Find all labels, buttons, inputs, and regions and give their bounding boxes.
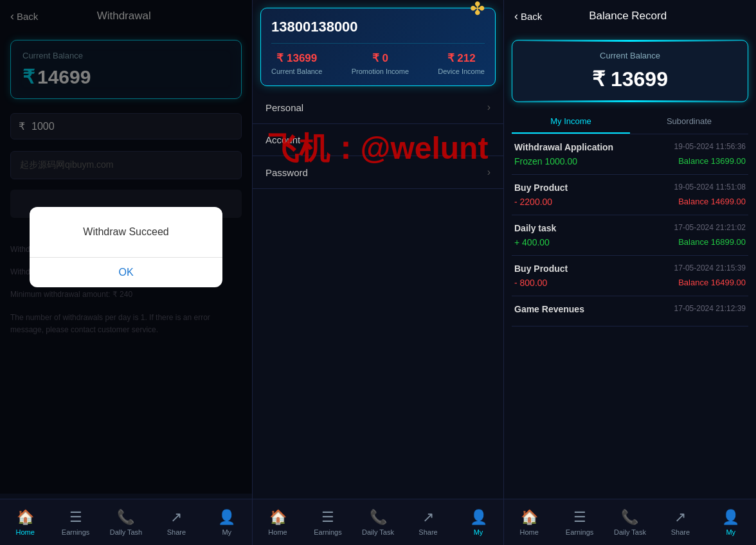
p2-home-icon: 🏠 xyxy=(269,509,287,526)
p2-share-icon: ↗ xyxy=(422,509,434,526)
balance-record-title: Balance Record xyxy=(542,10,714,22)
tx-date-3: 17-05-2024 21:21:02 xyxy=(674,223,746,233)
dialog-overlay: Withdraw Succeed OK xyxy=(0,0,252,494)
menu-list: Personal › Account Password › xyxy=(253,91,503,189)
p2-nav-daily-task-label: Daily Task xyxy=(362,528,394,536)
p3-nav-my-label: My xyxy=(726,528,735,536)
p3-daily-task-icon: 📞 xyxy=(621,509,638,526)
stat-device-income: ₹ 212 Device Income xyxy=(438,51,485,75)
p3-balance-value: 13699 xyxy=(611,67,668,91)
menu-password-label: Password xyxy=(266,167,308,178)
balance-record-panel: ‹ Back Balance Record Current Balance ₹ … xyxy=(504,0,756,545)
balance-record-back-button[interactable]: ‹ Back xyxy=(514,10,542,23)
earnings-icon: ☰ xyxy=(69,509,82,526)
p2-nav-home[interactable]: 🏠 Home xyxy=(258,509,297,536)
tx-daily-task: Daily task 17-05-2024 21:21:02 + 400.00 … xyxy=(512,215,748,256)
p3-nav-home[interactable]: 🏠 Home xyxy=(510,509,548,536)
p2-nav-share-label: Share xyxy=(419,528,437,536)
nav-home[interactable]: 🏠 Home xyxy=(6,509,44,536)
p2-my-icon: 👤 xyxy=(470,509,487,526)
p3-nav-my[interactable]: 👤 My xyxy=(712,509,750,536)
tx-balance: Balance 13699.00 xyxy=(678,156,746,166)
tx-balance-4: Balance 16499.00 xyxy=(678,278,746,288)
balance-record-nav: ‹ Back Balance Record xyxy=(504,0,756,32)
p3-nav-earnings-label: Earnings xyxy=(566,528,593,536)
tx-amount-2: - 2200.00 xyxy=(514,197,552,207)
nav-my[interactable]: 👤 My xyxy=(208,509,246,536)
home-icon: 🏠 xyxy=(17,509,34,526)
p3-nav-share[interactable]: ↗ Share xyxy=(661,509,699,536)
tx-amount-3: + 400.00 xyxy=(514,237,550,247)
p3-balance-amount: ₹ 13699 xyxy=(525,67,735,91)
p3-nav-daily-task-label: Daily Task xyxy=(614,528,646,536)
tx-amount-4: - 800.00 xyxy=(514,278,547,288)
nav-my-label: My xyxy=(222,528,231,536)
p3-nav-earnings[interactable]: ☰ Earnings xyxy=(561,509,599,536)
p2-nav-earnings[interactable]: ☰ Earnings xyxy=(309,509,347,536)
profile-phone: 13800138000 xyxy=(271,19,358,35)
menu-personal-label: Personal xyxy=(266,102,303,113)
menu-account-label: Account xyxy=(266,134,300,145)
tx-withdrawal-application: Withdrawal Application 19-05-2024 11:56:… xyxy=(512,134,748,175)
stat-device-value: ₹ 212 xyxy=(438,51,485,65)
tx-amount: Frozen 1000.00 xyxy=(514,156,577,166)
nav-earnings-label: Earnings xyxy=(62,528,89,536)
dialog-message: Withdraw Succeed xyxy=(30,207,222,257)
tx-type-label-2: Buy Product xyxy=(514,183,568,193)
tx-date-5: 17-05-2024 21:12:39 xyxy=(674,304,746,314)
tab-subordinate[interactable]: Subordinate xyxy=(630,110,748,134)
tx-date-4: 17-05-2024 21:15:39 xyxy=(674,264,746,274)
menu-account[interactable]: Account xyxy=(253,124,503,156)
profile-panel: 13800138000 ✤ ₹ 13699 Current Balance ₹ … xyxy=(252,0,504,545)
nav-earnings[interactable]: ☰ Earnings xyxy=(57,509,95,536)
my-icon: 👤 xyxy=(218,509,235,526)
p3-rupee-icon: ₹ xyxy=(592,67,611,91)
withdrawal-panel: ‹ Back Withdrawal Current Balance ₹14699… xyxy=(0,0,252,545)
tx-type-label: Withdrawal Application xyxy=(514,142,613,152)
p2-earnings-icon: ☰ xyxy=(321,509,334,526)
nav-share-label: Share xyxy=(167,528,186,536)
drone-icon: ✤ xyxy=(470,0,485,19)
tx-type-label-5: Game Revenues xyxy=(514,304,584,314)
stat-balance-value: ₹ 13699 xyxy=(271,51,323,65)
balance-record-back-arrow-icon: ‹ xyxy=(514,10,518,23)
daily-task-icon: 📞 xyxy=(117,509,134,526)
p2-nav-my-label: My xyxy=(474,528,483,536)
nav-home-label: Home xyxy=(16,528,35,536)
dialog-box: Withdraw Succeed OK xyxy=(30,207,222,287)
p2-nav-daily-task[interactable]: 📞 Daily Task xyxy=(359,509,397,536)
balance-record-card: Current Balance ₹ 13699 xyxy=(512,40,748,102)
tx-balance-3: Balance 16899.00 xyxy=(678,237,746,247)
p2-nav-share[interactable]: ↗ Share xyxy=(409,509,447,536)
p3-home-icon: 🏠 xyxy=(521,509,538,526)
tab-my-income[interactable]: My Income xyxy=(512,110,630,134)
tx-buy-product-1: Buy Product 19-05-2024 11:51:08 - 2200.0… xyxy=(512,175,748,215)
p2-daily-task-icon: 📞 xyxy=(370,509,387,526)
nav-daily-task-label: Dally Tash xyxy=(110,528,143,536)
p3-nav-daily-task[interactable]: 📞 Daily Task xyxy=(611,509,649,536)
income-tabs: My Income Subordinate xyxy=(512,110,748,134)
stat-device-label: Device Income xyxy=(438,67,485,75)
stat-promotion-label: Promotion Income xyxy=(352,67,409,75)
p2-nav-earnings-label: Earnings xyxy=(314,528,341,536)
p3-balance-label: Current Balance xyxy=(525,51,735,60)
stat-promotion-income: ₹ 0 Promotion Income xyxy=(352,51,409,75)
share-icon: ↗ xyxy=(170,509,182,526)
nav-share[interactable]: ↗ Share xyxy=(157,509,195,536)
tx-date-2: 19-05-2024 11:51:08 xyxy=(674,183,746,193)
tx-buy-product-2: Buy Product 17-05-2024 21:15:39 - 800.00… xyxy=(512,256,748,296)
stat-balance-label: Current Balance xyxy=(271,67,323,75)
profile-stats: ₹ 13699 Current Balance ₹ 0 Promotion In… xyxy=(271,43,485,75)
nav-daily-task[interactable]: 📞 Dally Tash xyxy=(107,509,145,536)
profile-header-card: 13800138000 ✤ ₹ 13699 Current Balance ₹ … xyxy=(260,8,496,86)
p3-my-icon: 👤 xyxy=(722,509,739,526)
menu-password[interactable]: Password › xyxy=(253,156,503,189)
stat-promotion-value: ₹ 0 xyxy=(352,51,409,65)
balance-record-back-label: Back xyxy=(521,11,542,22)
p2-nav-my[interactable]: 👤 My xyxy=(459,509,498,536)
password-chevron-icon: › xyxy=(487,166,491,178)
tx-type-label-3: Daily task xyxy=(514,223,556,233)
menu-personal[interactable]: Personal › xyxy=(253,91,503,124)
profile-bottom-nav: 🏠 Home ☰ Earnings 📞 Daily Task ↗ Share 👤… xyxy=(253,499,503,545)
dialog-ok-button[interactable]: OK xyxy=(30,258,222,287)
